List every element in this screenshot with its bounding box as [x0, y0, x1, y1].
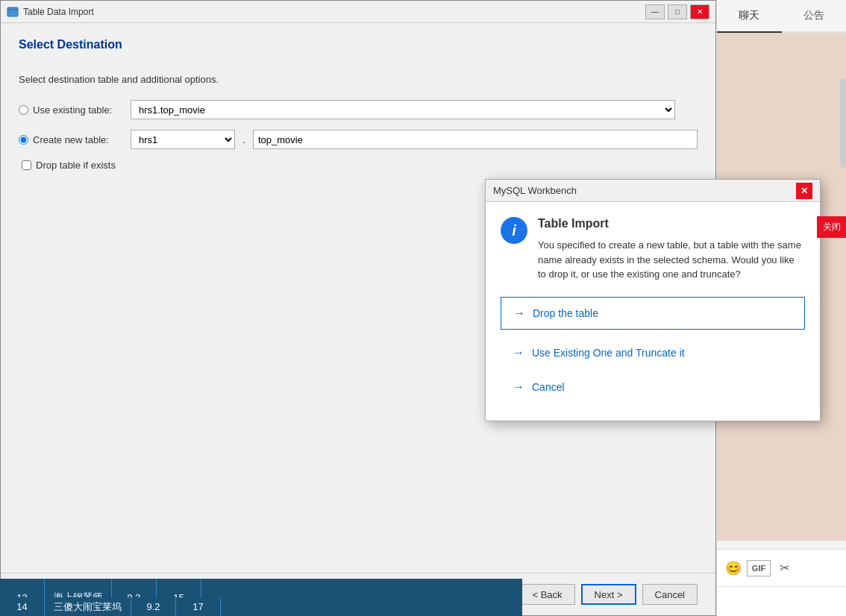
back-button[interactable]: < Back [519, 584, 574, 605]
maximize-button[interactable]: □ [668, 4, 687, 19]
dialog-body: i Table Import You specified to create a… [486, 202, 820, 421]
create-new-radio[interactable] [19, 135, 28, 145]
tab-notice[interactable]: 公告 [782, 0, 847, 31]
table-row-14-count: 17 [176, 597, 221, 616]
cancel-arrow: → [513, 380, 524, 394]
drop-table-arrow: → [513, 307, 525, 320]
dialog-title: MySQL Workbench [493, 185, 577, 196]
chat-input-field[interactable] [717, 586, 846, 616]
scrollbar-thumb[interactable] [840, 78, 846, 168]
tab-chat[interactable]: 聊天 [717, 0, 782, 31]
mysql-dialog: MySQL Workbench ✕ i Table Import You spe… [485, 179, 821, 421]
titlebar-controls: — □ ✕ [645, 4, 709, 19]
drop-table-row: Drop table if exists [19, 160, 698, 171]
drop-table-option-label: Drop the table [533, 307, 598, 319]
dialog-message: You specified to create a new table, but… [538, 238, 805, 282]
dialog-titlebar: MySQL Workbench ✕ [486, 180, 820, 202]
table-name-input[interactable] [253, 130, 698, 149]
dialog-header-content: Table Import You specified to create a n… [538, 217, 805, 282]
next-button[interactable]: Next > [581, 584, 636, 605]
use-existing-radio[interactable] [19, 105, 28, 115]
use-existing-row: Use existing table: hrs1.top_movie [19, 100, 698, 119]
scissors-button[interactable]: ✂ [774, 558, 795, 579]
chat-tabs: 聊天 公告 [717, 0, 846, 33]
chat-footer: 😊 GIF ✂ [717, 549, 846, 586]
svg-rect-0 [7, 7, 18, 16]
create-new-label[interactable]: Create new table: [19, 134, 123, 145]
section-title: Select Destination [19, 38, 698, 51]
gif-button[interactable]: GIF [747, 560, 771, 576]
cancel-option[interactable]: → Cancel [501, 371, 805, 403]
chat-close-button[interactable]: 关闭 [817, 216, 846, 238]
table-row-14-rating: 9.2 [131, 597, 176, 616]
close-button[interactable]: ✕ [690, 4, 709, 19]
section-description: Select destination table and additional … [19, 74, 698, 85]
existing-table-select[interactable]: hrs1.top_movie [131, 100, 675, 119]
drop-table-label[interactable]: Drop table if exists [22, 160, 126, 171]
chat-header: 聊天 公告 [717, 0, 846, 34]
import-icon [7, 6, 19, 18]
use-existing-label[interactable]: Use existing table: [19, 104, 123, 116]
cancel-button[interactable]: Cancel [642, 584, 698, 605]
dialog-main-title: Table Import [538, 217, 805, 230]
table-row-14-index: 14 [0, 597, 45, 616]
use-existing-option-label: Use Existing One and Truncate it [532, 347, 685, 359]
dialog-header-row: i Table Import You specified to create a… [501, 217, 805, 282]
titlebar-left: Table Data Import [7, 6, 94, 18]
import-window-titlebar: Table Data Import — □ ✕ [1, 1, 715, 23]
titlebar-text: Table Data Import [23, 7, 94, 17]
dot-separator: . [242, 133, 245, 145]
drop-table-checkbox[interactable] [22, 160, 31, 170]
use-existing-option[interactable]: → Use Existing One and Truncate it [501, 337, 805, 368]
emoji-button[interactable]: 😊 [723, 558, 744, 579]
use-existing-arrow: → [513, 346, 524, 359]
schema-select[interactable]: hrs1 [131, 130, 235, 149]
info-icon: i [501, 217, 527, 244]
cancel-option-label: Cancel [532, 381, 565, 393]
drop-table-option[interactable]: → Drop the table [501, 297, 805, 330]
minimize-button[interactable]: — [645, 4, 665, 19]
table-row-14-name: 三傻大闹宝莱坞 [45, 597, 131, 616]
create-new-row: Create new table: hrs1 . [19, 130, 698, 149]
dialog-close-button[interactable]: ✕ [796, 183, 812, 199]
